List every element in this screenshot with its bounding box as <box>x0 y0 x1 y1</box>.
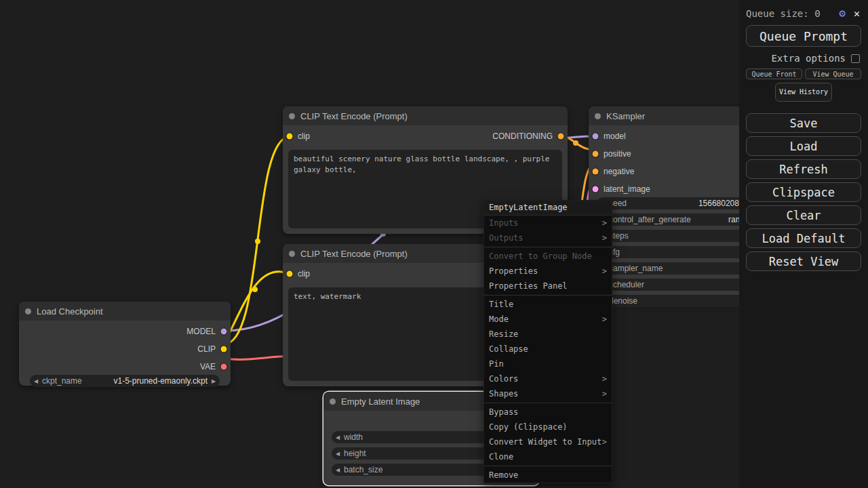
wire-dot-clip-positive <box>255 239 260 244</box>
node-header[interactable]: Load Checkpoint <box>19 302 231 321</box>
sidebar-button-load-default[interactable]: Load Default <box>746 228 861 248</box>
menu-item-collapse[interactable]: Collapse <box>484 342 612 357</box>
menu-item-convert-to-group-node: Convert to Group Node <box>484 249 612 264</box>
wire-dot-conditioning-positive <box>573 140 578 146</box>
input-dot-model[interactable] <box>593 134 599 140</box>
collapse-dot-icon[interactable] <box>330 399 336 405</box>
input-label-positive: positive <box>604 149 631 159</box>
input-label-negative: negative <box>604 167 634 176</box>
collapse-dot-icon[interactable] <box>289 251 295 257</box>
input-label-latent-image: latent_image <box>604 184 650 194</box>
menu-item-mode[interactable]: Mode> <box>484 312 612 327</box>
menu-item-label: Mode <box>489 312 509 327</box>
menu-item-properties[interactable]: Properties> <box>484 264 612 279</box>
sidebar-menu: Queue size: 0 ⚙ ✕ Queue Prompt Extra opt… <box>739 0 868 488</box>
menu-item-label: Pin <box>489 357 504 371</box>
collapse-dot-icon[interactable] <box>595 113 601 119</box>
settings-gear-icon[interactable]: ⚙ <box>839 7 846 20</box>
menu-item-label: Shapes <box>489 386 518 401</box>
menu-item-pin[interactable]: Pin <box>484 357 612 371</box>
slot-row: clip CONDITIONING <box>283 129 568 143</box>
output-dot-vae[interactable] <box>221 364 227 370</box>
context-menu-title: EmptyLatentImage <box>484 201 612 216</box>
menu-item-colors[interactable]: Colors> <box>484 371 612 386</box>
queue-size-label: Queue size: 0 <box>746 8 821 19</box>
output-dot-model[interactable] <box>221 329 227 335</box>
collapse-dot-icon[interactable] <box>289 113 295 119</box>
input-dot-clip[interactable] <box>287 134 293 140</box>
menu-item-title[interactable]: Title <box>484 297 612 312</box>
menu-item-label: Convert Widget to Input <box>489 434 601 449</box>
node-title: Load Checkpoint <box>37 306 103 317</box>
collapse-dot-icon[interactable] <box>25 308 31 314</box>
menu-item-outputs: Outputs> <box>484 230 612 245</box>
menu-item-label: Properties Panel <box>489 279 568 293</box>
sidebar-button-view-queue[interactable]: View Queue <box>805 68 861 79</box>
node-load-checkpoint[interactable]: Load Checkpoint MODELCLIPVAE ◀ckpt_namev… <box>19 302 231 386</box>
close-icon[interactable]: ✕ <box>854 7 860 20</box>
decrement-arrow-icon[interactable]: ◀ <box>334 434 341 441</box>
menu-item-remove[interactable]: Remove <box>484 468 612 483</box>
input-dot-clip[interactable] <box>287 271 293 277</box>
widget-label: control_after_generate <box>609 215 691 224</box>
menu-separator <box>484 466 612 466</box>
input-dot-positive[interactable] <box>593 151 599 157</box>
sidebar-button-clipspace[interactable]: Clipspace <box>746 182 861 202</box>
sidebar-button-queue-front[interactable]: Queue Front <box>746 68 802 79</box>
decrement-arrow-icon[interactable]: ◀ <box>334 467 341 473</box>
output-slot-vae: VAE <box>19 360 231 373</box>
menu-item-properties-panel[interactable]: Properties Panel <box>484 279 612 293</box>
sidebar-button-refresh[interactable]: Refresh <box>746 159 861 179</box>
menu-item-resize[interactable]: Resize <box>484 327 612 342</box>
menu-item-bypass[interactable]: Bypass <box>484 405 612 420</box>
extra-options-row: Extra options <box>739 47 868 68</box>
output-label-conditioning: CONDITIONING <box>492 131 553 141</box>
output-dot-conditioning[interactable] <box>558 134 564 140</box>
queue-view-buttons: Queue FrontView Queue <box>746 68 861 79</box>
increment-arrow-icon[interactable]: ▶ <box>210 378 217 384</box>
output-label-vae: VAE <box>200 362 216 371</box>
decrement-arrow-icon[interactable]: ◀ <box>334 451 341 457</box>
load-checkpoint-ckpt-name-widget[interactable]: ◀ckpt_namev1-5-pruned-emaonly.ckpt▶ <box>30 375 220 387</box>
input-dot-latent-image[interactable] <box>593 186 599 192</box>
sidebar-button-load[interactable]: Load <box>746 136 861 156</box>
menu-item-clone[interactable]: Clone <box>484 449 612 464</box>
widget-label: denoise <box>609 296 637 306</box>
menu-item-convert-widget-to-input[interactable]: Convert Widget to Input> <box>484 434 612 449</box>
sidebar-button-save[interactable]: Save <box>746 113 861 133</box>
menu-item-shapes[interactable]: Shapes> <box>484 386 612 401</box>
wire-dot-clip-negative <box>252 287 258 292</box>
widget-label: height <box>344 449 366 458</box>
wire-clip-negative <box>224 272 290 344</box>
view-history-button[interactable]: View History <box>775 83 832 102</box>
menu-separator <box>484 295 612 296</box>
context-menu: EmptyLatentImage Inputs>Outputs>Convert … <box>484 200 612 483</box>
menu-item-label: Resize <box>489 327 518 342</box>
menu-item-label: Title <box>489 297 513 312</box>
output-dot-clip[interactable] <box>221 346 227 352</box>
submenu-arrow-icon: > <box>602 371 607 386</box>
node-title: KSampler <box>606 111 645 121</box>
output-label-model: MODEL <box>186 327 216 336</box>
submenu-arrow-icon: > <box>602 264 607 279</box>
menu-item-label: Convert to Group Node <box>489 249 592 264</box>
decrement-arrow-icon[interactable]: ◀ <box>33 378 39 384</box>
queue-prompt-button[interactable]: Queue Prompt <box>746 25 861 47</box>
extra-options-checkbox[interactable] <box>851 54 860 63</box>
input-label-clip: clip <box>298 131 310 141</box>
sidebar-button-reset-view[interactable]: Reset View <box>746 251 861 271</box>
submenu-arrow-icon: > <box>602 216 607 230</box>
node-title: CLIP Text Encode (Prompt) <box>300 249 408 259</box>
widget-label: sampler_name <box>609 264 663 273</box>
submenu-arrow-icon: > <box>602 434 607 449</box>
widget-label: ckpt_name <box>42 376 82 386</box>
sidebar-button-clear[interactable]: Clear <box>746 205 861 225</box>
submenu-arrow-icon: > <box>602 386 607 401</box>
input-dot-negative[interactable] <box>593 169 599 175</box>
menu-item-label: Colors <box>489 371 518 386</box>
menu-item-inputs: Inputs> <box>484 216 612 230</box>
node-header[interactable]: CLIP Text Encode (Prompt) <box>283 106 568 125</box>
node-canvas[interactable]: CLIP Text Encode (Prompt) clip CONDITION… <box>0 0 868 488</box>
output-slot-model: MODEL <box>19 325 231 338</box>
menu-item-copy-clipspace[interactable]: Copy (Clipspace) <box>484 420 612 434</box>
